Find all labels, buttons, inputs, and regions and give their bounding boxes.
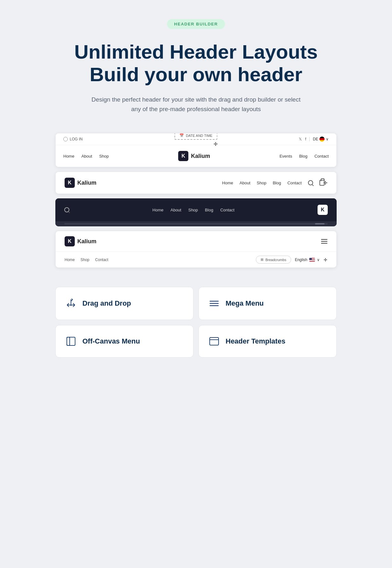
- mockup-header-4: K Kalium Home Shop Contact ⊞: [55, 231, 337, 268]
- k-logo-icon-3: K: [318, 205, 328, 215]
- feature-header-templates[interactable]: Header Templates: [199, 325, 337, 358]
- search-icon-3[interactable]: [64, 207, 69, 212]
- kalium-logo-1: K Kalium: [178, 151, 210, 161]
- off-canvas-icon: [65, 337, 77, 346]
- main-nav-2: K Kalium Home About Shop Blog Contact ✛: [56, 172, 336, 194]
- kalium-logo-4: K Kalium: [65, 236, 96, 246]
- k-logo-icon-2: K: [65, 178, 75, 188]
- feature-off-canvas[interactable]: Off-Canvas Menu: [55, 325, 193, 358]
- drag-drop-icon: [65, 299, 77, 308]
- nav-right-2: Home About Shop Blog Contact ✛: [222, 180, 327, 186]
- divider-vertical: [309, 137, 310, 141]
- nav-contact: Contact: [314, 154, 329, 159]
- nav-home: Home: [63, 154, 74, 159]
- nav3-home: Home: [152, 208, 164, 212]
- kalium-text-4: Kalium: [77, 238, 96, 245]
- mockups-container: LOG IN 📅 DATE AND TIME ✛ 𝕏 f DE: [55, 133, 337, 268]
- nav2-blog: Blog: [273, 181, 281, 185]
- header-templates-label: Header Templates: [226, 337, 285, 345]
- hamburger-line-1: [321, 239, 327, 240]
- main-nav-1: Home About Shop K Kalium Events Blog Con…: [56, 145, 336, 167]
- subnav-home: Home: [65, 258, 75, 262]
- language-de: DE ∨: [313, 137, 329, 142]
- facebook-icon: f: [305, 137, 306, 141]
- chevron-down-icon: ∨: [326, 137, 329, 141]
- date-time-label: DATE AND TIME: [186, 134, 212, 138]
- cart-icon: [319, 180, 325, 186]
- svg-rect-4: [67, 337, 70, 345]
- feature-cards-grid: Drag and Drop Mega Menu Off-Canvas Menu: [55, 287, 337, 358]
- hamburger-menu-icon[interactable]: [321, 239, 327, 244]
- subnav-4: Home Shop Contact ⊞ Breadcrumbs English …: [56, 252, 336, 267]
- mockup-header-1: LOG IN 📅 DATE AND TIME ✛ 𝕏 f DE: [55, 133, 337, 167]
- us-flag: [309, 258, 315, 262]
- svg-rect-5: [210, 337, 219, 345]
- svg-rect-3: [67, 337, 75, 345]
- de-label: DE: [313, 137, 318, 141]
- hamburger-line-3: [321, 243, 327, 244]
- calendar-icon: 📅: [179, 133, 184, 138]
- main-nav-3: Home About Shop Blog Contact K: [55, 198, 337, 221]
- scrollbar-track: [64, 223, 328, 224]
- off-canvas-label: Off-Canvas Menu: [82, 337, 140, 345]
- subnav-contact: Contact: [95, 258, 108, 262]
- de-flag: [319, 137, 325, 142]
- nav-events: Events: [279, 154, 292, 159]
- english-label: English: [295, 258, 307, 262]
- cursor-icon-4: ✛: [324, 257, 327, 262]
- nav2-contact: Contact: [287, 181, 302, 185]
- nav3-about: About: [171, 208, 181, 212]
- mockup-header-3: Home About Shop Blog Contact K: [55, 198, 337, 226]
- subnav-shop: Shop: [80, 258, 89, 262]
- feature-mega-menu[interactable]: Mega Menu: [199, 287, 337, 320]
- subnav-links: Home Shop Contact: [65, 258, 108, 262]
- nav-about: About: [81, 154, 92, 159]
- topbar-right: 𝕏 f DE ∨: [299, 137, 329, 142]
- nav-left: Home About Shop: [63, 154, 109, 159]
- nav-blog: Blog: [299, 154, 307, 159]
- scrollbar-thumb: [315, 223, 325, 224]
- search-icon-2[interactable]: [308, 180, 313, 185]
- kalium-logo-2: K Kalium: [65, 178, 96, 188]
- login-label: LOG IN: [70, 137, 83, 141]
- date-time-box: 📅 DATE AND TIME: [174, 133, 217, 140]
- k-logo-icon-4: K: [65, 236, 75, 246]
- login-area: LOG IN: [63, 137, 83, 141]
- kalium-text-1: Kalium: [191, 153, 210, 160]
- kalium-text-2: Kalium: [77, 180, 96, 186]
- nav-links-3: Home About Shop Blog Contact: [152, 208, 234, 212]
- header-templates-icon: [208, 337, 220, 345]
- nav2-home: Home: [222, 181, 233, 185]
- cart-area: ✛: [319, 180, 327, 186]
- mega-menu-label: Mega Menu: [226, 299, 264, 308]
- scrollbar-area: [55, 221, 337, 226]
- nav-right: Events Blog Contact: [279, 154, 329, 159]
- nav3-contact: Contact: [220, 208, 234, 212]
- drag-drop-label: Drag and Drop: [82, 299, 131, 308]
- nav3-blog: Blog: [205, 208, 213, 212]
- nav2-shop: Shop: [257, 181, 266, 185]
- chevron-down-icon-4: ∨: [317, 258, 320, 262]
- topnav-4: K Kalium: [56, 231, 336, 252]
- k-logo-icon: K: [178, 151, 188, 161]
- subtitle: Design the perfect header for your site …: [88, 95, 304, 114]
- breadcrumbs-widget: ⊞ Breadcrumbs: [256, 256, 291, 264]
- nav3-shop: Shop: [188, 208, 198, 212]
- date-time-widget: 📅 DATE AND TIME ✛: [174, 133, 217, 147]
- cursor-icon-1: ✛: [214, 141, 218, 147]
- topbar-1: LOG IN 📅 DATE AND TIME ✛ 𝕏 f DE: [56, 133, 336, 145]
- login-icon: [63, 137, 68, 141]
- header-builder-badge: HEADER BUILDER: [167, 19, 225, 29]
- breadcrumbs-icon: ⊞: [261, 258, 263, 262]
- hamburger-line-2: [321, 241, 327, 242]
- mega-menu-icon: [208, 300, 220, 307]
- main-title: Unlimited Header Layouts Build your own …: [74, 40, 318, 86]
- language-english: English ∨: [295, 258, 320, 262]
- nav2-about: About: [240, 181, 250, 185]
- twitter-icon: 𝕏: [299, 137, 302, 141]
- breadcrumbs-label: Breadcrumbs: [265, 258, 286, 262]
- subnav-right: ⊞ Breadcrumbs English ∨ ✛: [256, 256, 327, 264]
- mockup-header-2: K Kalium Home About Shop Blog Contact ✛: [55, 172, 337, 194]
- feature-drag-drop[interactable]: Drag and Drop: [55, 287, 193, 320]
- nav-shop: Shop: [99, 154, 109, 159]
